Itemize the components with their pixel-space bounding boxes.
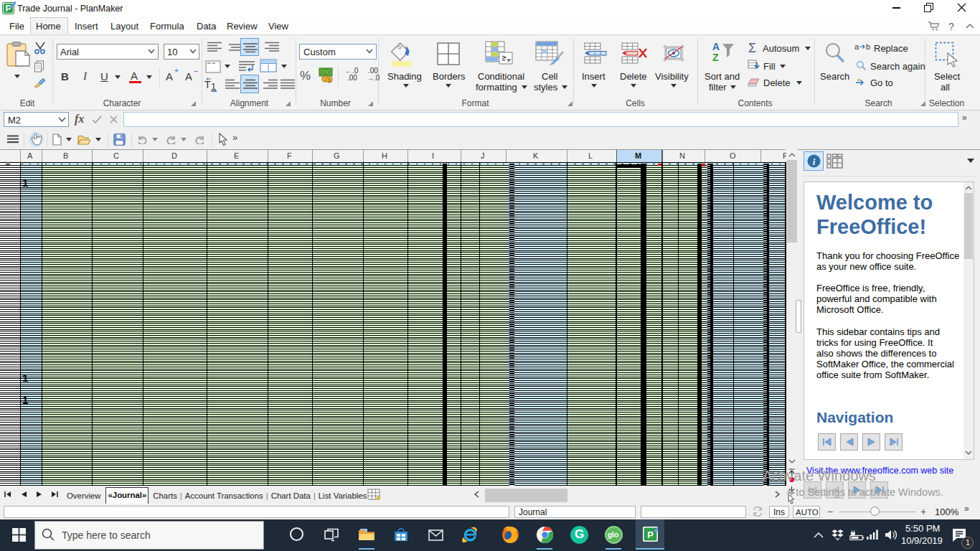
svg-text:T: T: [204, 79, 211, 90]
svg-text:P: P: [647, 529, 654, 540]
svg-text:Z: Z: [712, 52, 719, 63]
svg-text:$: $: [328, 77, 331, 83]
svg-text:A: A: [712, 41, 720, 52]
svg-text:i: i: [813, 156, 816, 167]
